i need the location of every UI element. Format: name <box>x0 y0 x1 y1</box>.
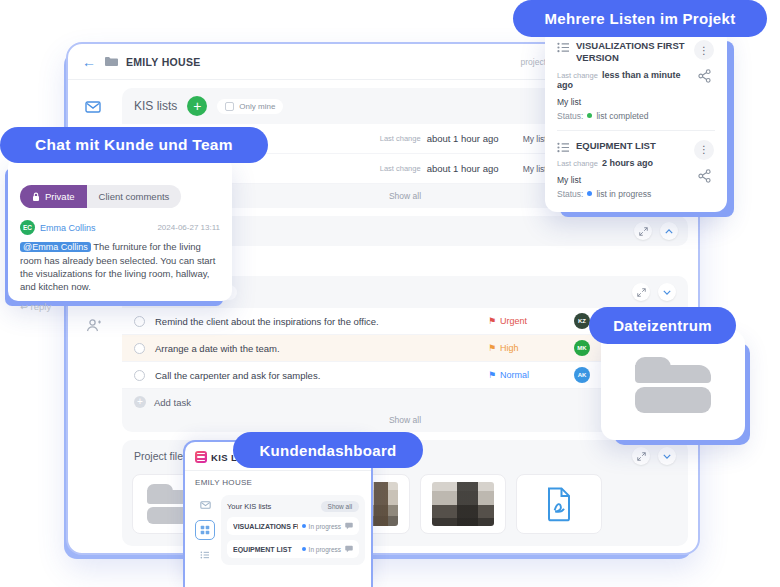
comment-icon[interactable] <box>345 545 353 553</box>
header-right-text: project <box>520 57 546 67</box>
priority-label: ⚑High <box>488 343 574 353</box>
file-tile-photo[interactable] <box>420 474 506 534</box>
marketing-screenshot: ← EMILY HOUSE project <box>0 0 780 587</box>
mini-list-row[interactable]: VISUALIZATIONS FI... In progress <box>227 517 359 535</box>
project-title: EMILY HOUSE <box>126 56 201 68</box>
mini-sidebar <box>195 495 215 565</box>
mini-list-row[interactable]: EQUIPMENT LIST In progress <box>227 540 359 558</box>
mini-lists-panel: Your KIS lists Show all VISUALIZATIONS F… <box>221 495 365 565</box>
only-mine-checkbox[interactable] <box>225 102 234 111</box>
expand-icon[interactable] <box>634 222 652 240</box>
flag-icon: ⚑ <box>488 371 496 380</box>
sidebar-item-messages[interactable] <box>78 92 108 122</box>
lock-icon <box>32 192 40 202</box>
chevron-down-icon[interactable] <box>658 447 676 465</box>
expand-icon[interactable] <box>632 447 650 465</box>
only-mine-filter[interactable]: Only mine <box>217 99 283 114</box>
dashboard-project-title: EMILY HOUSE <box>195 478 361 487</box>
person-add-icon <box>86 318 101 333</box>
mini-sidebar-item-messages[interactable] <box>195 495 215 515</box>
grid-icon <box>200 525 210 535</box>
tab-private[interactable]: Private <box>20 185 87 208</box>
folder-icon <box>635 357 711 413</box>
task-checkbox[interactable] <box>134 343 145 354</box>
callout-chat: Chat mit Kunde und Team <box>0 127 268 163</box>
add-list-button[interactable]: + <box>187 96 207 116</box>
interior-photo-thumbnail <box>432 482 494 526</box>
list-icon <box>557 142 570 153</box>
share-icon[interactable] <box>698 69 711 83</box>
divider <box>557 130 715 131</box>
folder-icon <box>104 56 118 67</box>
chevron-up-icon[interactable] <box>660 222 678 240</box>
kebab-menu-icon[interactable]: ⋮ <box>694 40 714 60</box>
list-icon <box>557 42 570 53</box>
file-tile-pdf[interactable] <box>516 474 602 534</box>
kis-list-logo-icon <box>195 451 207 463</box>
mini-sidebar-item-lists[interactable] <box>195 545 215 565</box>
assignee-avatar: AK <box>574 367 590 383</box>
callout-dashboard: Kundendashboard <box>233 432 423 468</box>
file-center-card[interactable] <box>601 330 745 440</box>
callout-multiple-lists: Mehrere Listen im Projekt <box>513 0 767 37</box>
avatar: EC <box>20 220 35 235</box>
pdf-file-icon <box>544 486 574 522</box>
message-author[interactable]: Emma Collins <box>40 223 96 233</box>
mini-status: In progress <box>302 546 342 553</box>
priority-label: ⚑Normal <box>488 370 574 380</box>
mail-icon <box>85 101 101 113</box>
task-checkbox[interactable] <box>134 370 145 381</box>
back-arrow-icon[interactable]: ← <box>82 55 96 69</box>
callout-file-center: Dateizentrum <box>589 307 736 344</box>
kebab-menu-icon[interactable]: ⋮ <box>694 140 714 160</box>
mini-sidebar-item-dashboard[interactable] <box>195 520 215 540</box>
reply-arrow-icon: ↩ <box>20 301 28 312</box>
comment-icon[interactable] <box>345 522 353 530</box>
flag-icon: ⚑ <box>488 317 496 326</box>
chat-card: Private Client comments EC Emma Collins … <box>8 157 232 301</box>
mail-icon <box>200 501 211 509</box>
sidebar-item-invite-user[interactable] <box>78 310 108 340</box>
list-card-item[interactable]: VISUALIZATIONS FIRST VERSION Last change… <box>557 40 715 121</box>
plus-icon: + <box>134 396 146 408</box>
tab-client-comments[interactable]: Client comments <box>87 185 182 208</box>
message-timestamp: 2024-06-27 13:11 <box>157 223 220 232</box>
multiple-lists-card: VISUALIZATIONS FIRST VERSION Last change… <box>545 28 727 212</box>
status-dot-green <box>587 113 592 118</box>
list-icon <box>200 551 210 559</box>
chat-tabs: Private Client comments <box>20 185 220 208</box>
mention-chip[interactable]: @Emma Collins <box>20 242 91 252</box>
assignee-avatar: MK <box>574 340 590 356</box>
mini-panel-title: Your KIS lists <box>227 502 271 511</box>
status-dot-blue <box>587 191 592 196</box>
task-checkbox[interactable] <box>134 316 145 327</box>
divider <box>185 470 371 471</box>
kis-lists-title: KIS lists <box>134 99 177 113</box>
mini-show-all-button[interactable]: Show all <box>321 501 360 512</box>
mini-status: In progress <box>302 523 342 530</box>
expand-icon[interactable] <box>632 283 650 301</box>
chevron-down-icon[interactable] <box>658 283 676 301</box>
message-body: @Emma Collins The furniture for the livi… <box>20 240 220 293</box>
flag-icon: ⚑ <box>488 344 496 353</box>
priority-label: ⚑Urgent <box>488 316 574 326</box>
reply-link[interactable]: ↩ reply <box>20 301 220 312</box>
assignee-avatar: KZ <box>574 313 590 329</box>
share-icon[interactable] <box>698 169 711 183</box>
list-card-item[interactable]: EQUIPMENT LIST Last change2 hours ago My… <box>557 140 715 199</box>
